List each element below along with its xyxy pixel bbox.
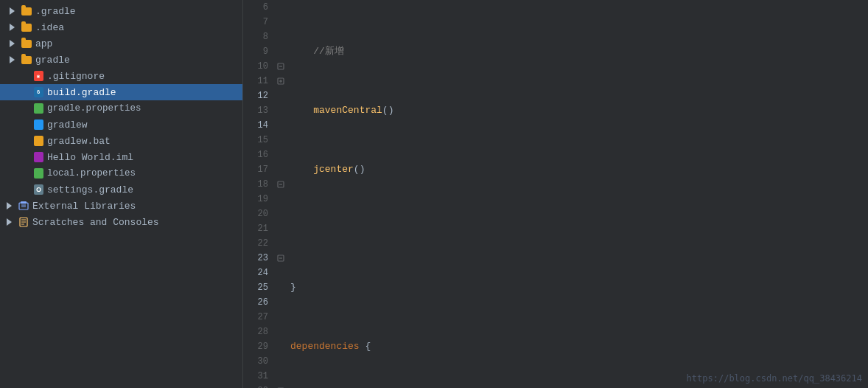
item-label: External Libraries	[32, 201, 136, 212]
bat-file-icon	[32, 135, 44, 147]
item-label: settings.gradle	[47, 184, 133, 195]
code-editor: 6 7 8 9 10 11 12 13 14 15 16 17 18 19 20…	[243, 0, 868, 388]
folder-icon	[21, 54, 32, 66]
line-num-29: 29	[243, 339, 268, 354]
item-label: .idea	[35, 22, 64, 33]
folder-icon	[21, 21, 32, 33]
arrow-right-icon	[6, 21, 18, 33]
arrow-right-icon3	[3, 216, 15, 228]
prop-file-icon2	[32, 167, 44, 179]
line-num-26: 26	[243, 295, 268, 310]
line-num-11: 11	[243, 74, 268, 89]
spacer	[18, 86, 29, 98]
code-line-8: jcenter()	[290, 162, 868, 177]
line-num-8: 8	[243, 30, 268, 44]
line-num-13: 13	[243, 103, 268, 118]
item-label: gradle	[35, 55, 70, 66]
sidebar-item-app[interactable]: app	[0, 35, 242, 52]
sidebar-item-gradle[interactable]: gradle	[0, 52, 242, 68]
scratches-icon	[18, 216, 29, 228]
plain-file-icon	[32, 119, 44, 131]
line-num-31: 31	[243, 369, 268, 384]
spacer	[18, 151, 29, 163]
code-line-6: //新增	[290, 44, 868, 59]
item-label: Scratches and Consoles	[32, 217, 159, 228]
watermark: https://blog.csdn.net/qq_38436214	[687, 373, 862, 384]
file-tree[interactable]: .gradle .idea app gradle ✱ .gitignore G …	[0, 0, 243, 388]
arrow-right-icon	[6, 54, 18, 66]
folder-icon	[21, 5, 32, 17]
sidebar-item-gradlew[interactable]: gradlew	[0, 117, 242, 133]
gradle-file-icon: G	[32, 86, 44, 98]
svg-rect-3	[21, 201, 27, 204]
item-label: .gitignore	[47, 71, 105, 82]
spacer	[18, 184, 29, 195]
ext-libs-icon	[18, 200, 29, 212]
line-num-15: 15	[243, 133, 268, 148]
code-line-7: mavenCentral()	[290, 103, 868, 118]
svg-rect-0	[34, 184, 43, 195]
code-line-10: }	[290, 280, 868, 295]
code-line-11: dependencies {	[290, 339, 868, 354]
spacer	[18, 119, 29, 131]
line-num-22: 22	[243, 236, 268, 251]
sidebar-item-gradle-root[interactable]: .gradle	[0, 3, 242, 19]
line-num-12: 12	[243, 89, 268, 103]
gutter	[274, 0, 287, 388]
line-num-17: 17	[243, 162, 268, 177]
item-label: local.properties	[47, 168, 136, 179]
item-label: build.gradle	[47, 87, 116, 98]
iml-file-icon	[32, 151, 44, 163]
line-num-6: 6	[243, 0, 268, 15]
spacer	[18, 70, 29, 82]
sidebar-item-settings-gradle[interactable]: settings.gradle	[0, 181, 242, 198]
item-label: gradle.properties	[47, 103, 141, 114]
sidebar-item-gradle-properties[interactable]: gradle.properties	[0, 100, 242, 117]
sidebar-item-idea[interactable]: .idea	[0, 19, 242, 35]
line-num-18: 18	[243, 177, 268, 192]
line-num-27: 27	[243, 310, 268, 325]
line-num-28: 28	[243, 325, 268, 339]
line-num-24: 24	[243, 266, 268, 280]
line-num-20: 20	[243, 207, 268, 221]
line-num-19: 19	[243, 192, 268, 207]
line-num-9: 9	[243, 44, 268, 59]
spacer	[18, 135, 29, 147]
line-num-21: 21	[243, 221, 268, 236]
sidebar-item-scratches[interactable]: Scratches and Consoles	[0, 214, 242, 230]
item-label: gradlew	[47, 119, 88, 131]
spacer	[18, 167, 29, 179]
sidebar-item-external-libraries[interactable]: External Libraries	[0, 198, 242, 214]
code-content[interactable]: //新增 mavenCentral() jcenter() } dependen…	[287, 0, 868, 388]
spacer	[18, 103, 29, 114]
arrow-right-icon	[6, 5, 18, 17]
arrow-right-icon	[6, 38, 18, 49]
line-num-30: 30	[243, 354, 268, 369]
line-num-10: 10	[243, 59, 268, 74]
line-num-32: 32	[243, 384, 268, 388]
sidebar-item-gitignore[interactable]: ✱ .gitignore	[0, 68, 242, 84]
line-num-25: 25	[243, 280, 268, 295]
settings-file-icon	[32, 184, 44, 195]
item-label: app	[35, 38, 52, 49]
props-file-icon	[32, 103, 44, 114]
arrow-right-icon2	[3, 200, 15, 212]
gitignore-file-icon: ✱	[32, 70, 44, 82]
line-num-23: 23	[243, 251, 268, 266]
sidebar-item-local-properties[interactable]: local.properties	[0, 165, 242, 181]
item-label: .gradle	[35, 6, 76, 17]
line-numbers: 6 7 8 9 10 11 12 13 14 15 16 17 18 19 20…	[243, 0, 274, 388]
sidebar-item-hello-world-iml[interactable]: Hello World.iml	[0, 149, 242, 165]
sidebar-item-gradlew-bat[interactable]: gradlew.bat	[0, 133, 242, 149]
code-line-9	[290, 221, 868, 236]
sidebar-item-build-gradle[interactable]: G build.gradle	[0, 84, 242, 100]
item-label: gradlew.bat	[47, 136, 111, 147]
folder-icon	[21, 38, 32, 49]
line-num-16: 16	[243, 148, 268, 162]
line-num-14: 14	[243, 118, 268, 133]
item-label: Hello World.iml	[47, 152, 133, 163]
line-num-7: 7	[243, 15, 268, 30]
